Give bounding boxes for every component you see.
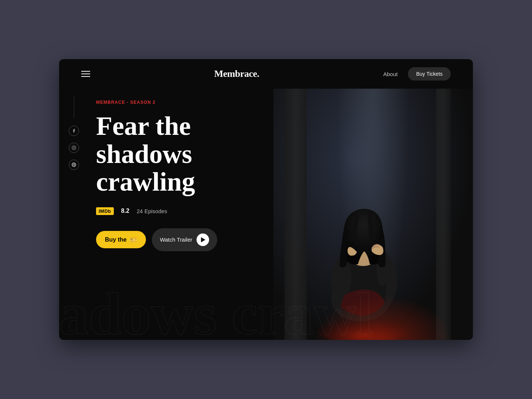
ticket-icon: 🎫 — [130, 236, 137, 243]
watch-trailer-button[interactable]: Watch Trailer — [152, 228, 218, 251]
hero-content: MEMBRACE - SEASON 2 Fear the shadows cra… — [89, 89, 473, 340]
facebook-icon[interactable] — [69, 126, 79, 136]
hero-title-line2: shadows — [96, 139, 192, 169]
navbar: Membrace. About Buy Tickets — [59, 59, 473, 89]
instagram-icon[interactable] — [69, 143, 79, 153]
play-triangle — [201, 237, 205, 242]
season-label: MEMBRACE - SEASON 2 — [96, 100, 458, 105]
watch-trailer-label: Watch Trailer — [160, 236, 192, 243]
hero-title: Fear the shadows crawling — [96, 112, 236, 196]
action-buttons: Buy the 🎫 Watch Trailer — [96, 228, 458, 251]
buy-button-label: Buy the — [105, 236, 127, 243]
buy-tickets-nav-button[interactable]: Buy Tickets — [408, 67, 451, 81]
sidebar — [59, 89, 89, 340]
episodes-label: 24 Episodes — [137, 208, 167, 214]
nav-right: About Buy Tickets — [383, 67, 451, 81]
hamburger-menu[interactable] — [81, 71, 90, 77]
social-icons — [69, 126, 79, 170]
hero-title-line1: Fear the — [96, 111, 191, 141]
svg-rect-0 — [72, 146, 76, 150]
imdb-badge: IMDb — [96, 207, 114, 215]
svg-point-1 — [73, 147, 75, 149]
buy-button[interactable]: Buy the 🎫 — [96, 231, 146, 248]
site-logo: Membrace. — [214, 68, 259, 79]
play-icon — [197, 233, 209, 246]
about-link[interactable]: About — [383, 71, 398, 77]
hero-title-line3: crawling — [96, 167, 195, 197]
pinterest-icon[interactable] — [69, 160, 79, 170]
meta-row: IMDb 8.2 24 Episodes — [96, 207, 458, 215]
main-content: MEMBRACE - SEASON 2 Fear the shadows cra… — [59, 89, 473, 340]
sidebar-divider — [74, 96, 74, 118]
app-window: Membrace. About Buy Tickets — [59, 59, 473, 340]
imdb-score: 8.2 — [121, 208, 129, 214]
svg-point-2 — [75, 147, 75, 147]
